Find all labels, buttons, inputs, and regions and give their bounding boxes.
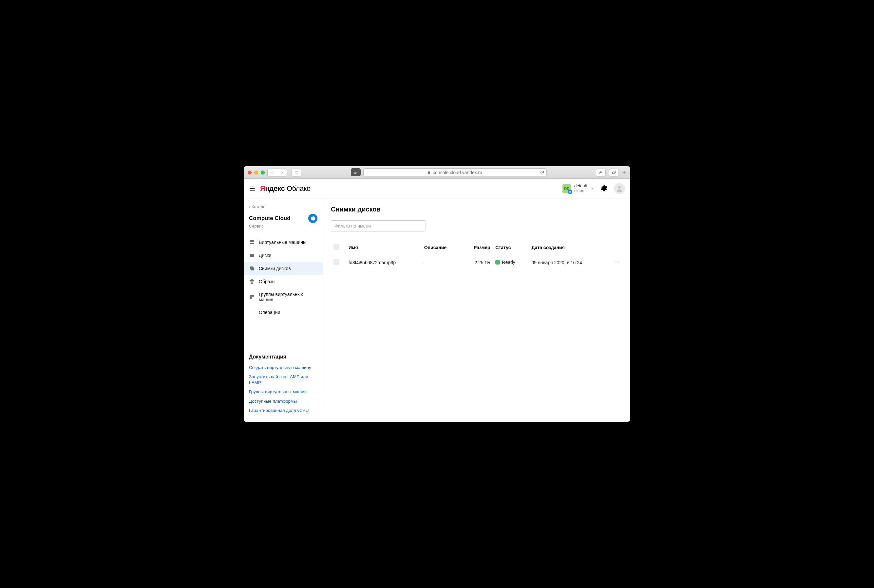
cell-status: Ready [493,255,529,270]
svg-point-11 [618,186,621,189]
filter-input[interactable] [331,220,426,231]
sidebar-item-label: Группы виртуальных машин [259,292,317,302]
logo-rest: ндекс [265,184,285,192]
forward-button[interactable] [277,169,287,177]
sidebar-item-label: Виртуальные машины [259,240,306,245]
cell-name: fd8f4i85b6872marhp3p [346,255,422,270]
snapshots-table: Имя Описание Размер Статус Дата создания… [331,240,622,270]
sidebar-item-disks[interactable]: Диски [244,249,323,262]
svg-rect-7 [613,171,615,174]
doc-link-vcpu[interactable]: Гарантированная доля vCPU [244,406,323,415]
sidebar-item-operations[interactable]: Операции [244,306,323,319]
svg-rect-19 [249,295,252,297]
settings-button[interactable] [600,184,608,192]
window-controls [248,171,265,174]
cell-size: 2.25 ГБ [461,255,493,270]
disk-icon [249,252,255,258]
svg-rect-12 [249,240,254,242]
logo[interactable]: Яндекс Облако [260,184,311,193]
list-icon [249,309,255,315]
lock-icon [428,170,431,175]
col-size[interactable]: Размер [461,240,493,255]
tabs-button[interactable] [609,169,619,177]
user-avatar[interactable] [614,183,625,194]
logo-brand-letter: Я [260,184,265,192]
docs-heading: Документация [244,354,323,363]
reload-button[interactable] [540,170,544,176]
doc-link-platforms[interactable]: Доступные платформы [244,397,323,406]
zoom-window-button[interactable] [261,171,265,174]
reader-mode-button[interactable] [351,168,361,176]
sidebar-toggle-button[interactable] [291,169,301,177]
minimize-window-button[interactable] [254,171,258,174]
folder-selector[interactable]: DE default cloud [562,184,594,194]
address-url: console.cloud.yandex.ru [433,170,482,175]
service-name: Compute Cloud [249,215,291,222]
sidebar-item-label: Снимки дисков [259,266,291,271]
share-button[interactable] [596,169,606,177]
layers-icon [249,279,255,285]
menu-button[interactable] [248,184,257,193]
cell-created: 09 января 2020, в 16:24 [529,255,609,270]
col-name[interactable]: Имя [346,240,422,255]
sidebar-item-snapshots[interactable]: Снимки дисков [244,262,323,275]
logo-cloud: Облако [285,184,311,192]
status-indicator [495,260,500,264]
browser-window: console.cloud.yandex.ru + Яндекс Облако [244,166,630,422]
sidebar: Каталог Compute Cloud Сервис Виртуальные… [244,198,323,422]
back-button[interactable] [267,169,277,177]
svg-point-28 [614,262,616,262]
cloud-icon [568,189,572,194]
service-settings-button[interactable] [308,214,317,223]
app-body: Каталог Compute Cloud Сервис Виртуальные… [244,198,630,422]
svg-rect-20 [252,295,254,297]
chevron-down-icon [590,186,594,191]
row-actions-button[interactable] [614,261,620,266]
svg-rect-6 [613,171,616,173]
service-subtitle: Сервис [244,223,323,236]
close-window-button[interactable] [248,171,252,174]
svg-rect-13 [249,243,254,244]
group-icon [249,294,255,300]
sidebar-item-label: Диски [259,253,271,258]
svg-rect-17 [251,267,254,270]
svg-point-30 [618,262,619,262]
address-bar[interactable]: console.cloud.yandex.ru [363,168,547,177]
doc-link-instance-groups[interactable]: Группы виртуальных машин [244,387,323,396]
row-checkbox[interactable] [333,259,339,265]
sidebar-item-instance-groups[interactable]: Группы виртуальных машин [244,288,323,306]
status-text: Ready [502,260,515,265]
folder-cloud: cloud [574,189,587,194]
svg-marker-18 [249,279,255,282]
svg-rect-21 [249,297,252,299]
folder-badge: DE [562,184,571,193]
cell-description: — [422,255,461,270]
svg-point-29 [617,262,617,262]
snapshot-icon [249,266,255,272]
sidebar-item-images[interactable]: Образы [244,275,323,288]
breadcrumb-back[interactable]: Каталог [244,204,323,214]
app-header: Яндекс Облако DE default cloud [244,179,630,198]
svg-rect-14 [249,254,254,257]
sidebar-item-vms[interactable]: Виртуальные машины [244,236,323,249]
col-status[interactable]: Статус [493,240,529,255]
sidebar-item-label: Операции [259,310,281,315]
titlebar: console.cloud.yandex.ru + [244,166,630,179]
svg-point-15 [251,255,251,256]
table-row[interactable]: fd8f4i85b6872marhp3p — 2.25 ГБ Ready 09 … [331,255,622,270]
select-all-checkbox[interactable] [333,244,339,250]
doc-link-create-vm[interactable]: Создать виртуальную машину [244,363,323,372]
folder-name: default [574,184,587,189]
nav-back-forward [267,169,287,177]
folder-texts: default cloud [574,184,587,194]
main-content: Снимки дисков Имя Описание Размер Статус… [323,198,630,422]
col-description[interactable]: Описание [422,240,461,255]
server-icon [249,239,255,245]
svg-rect-0 [295,171,298,174]
page-title: Снимки дисков [331,206,622,213]
col-created[interactable]: Дата создания [529,240,609,255]
doc-link-lamp-lemp[interactable]: Запустить сайт на LAMP или LEMP [244,372,323,387]
sidebar-item-label: Образы [259,279,275,284]
new-tab-button[interactable]: + [622,169,626,176]
